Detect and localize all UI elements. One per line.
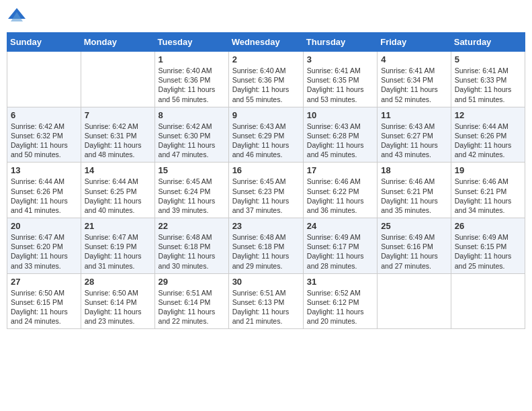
day-number: 26 bbox=[455, 221, 521, 231]
day-info: Sunrise: 6:51 AM Sunset: 6:13 PM Dayligh… bbox=[232, 288, 300, 326]
calendar-cell: 24Sunrise: 6:49 AM Sunset: 6:17 PM Dayli… bbox=[303, 218, 377, 274]
calendar-cell: 19Sunrise: 6:46 AM Sunset: 6:21 PM Dayli… bbox=[451, 163, 525, 218]
day-number: 27 bbox=[11, 277, 77, 287]
day-info: Sunrise: 6:42 AM Sunset: 6:32 PM Dayligh… bbox=[11, 122, 77, 160]
calendar-header-thursday: Thursday bbox=[303, 33, 377, 52]
day-info: Sunrise: 6:47 AM Sunset: 6:20 PM Dayligh… bbox=[11, 232, 77, 271]
day-number: 23 bbox=[232, 221, 300, 231]
day-number: 20 bbox=[11, 221, 77, 231]
day-info: Sunrise: 6:46 AM Sunset: 6:22 PM Dayligh… bbox=[307, 177, 373, 215]
day-info: Sunrise: 6:41 AM Sunset: 6:33 PM Dayligh… bbox=[455, 66, 521, 104]
calendar-cell: 12Sunrise: 6:44 AM Sunset: 6:26 PM Dayli… bbox=[451, 107, 525, 163]
day-info: Sunrise: 6:42 AM Sunset: 6:31 PM Dayligh… bbox=[85, 122, 151, 160]
calendar-cell: 20Sunrise: 6:47 AM Sunset: 6:20 PM Dayli… bbox=[7, 218, 81, 274]
day-info: Sunrise: 6:40 AM Sunset: 6:36 PM Dayligh… bbox=[232, 66, 300, 104]
calendar-cell: 4Sunrise: 6:41 AM Sunset: 6:34 PM Daylig… bbox=[378, 52, 451, 107]
day-number: 19 bbox=[455, 165, 521, 175]
day-info: Sunrise: 6:42 AM Sunset: 6:30 PM Dayligh… bbox=[159, 122, 225, 160]
calendar-cell: 21Sunrise: 6:47 AM Sunset: 6:19 PM Dayli… bbox=[81, 218, 154, 274]
calendar-header-sunday: Sunday bbox=[7, 33, 81, 52]
day-number: 15 bbox=[159, 165, 225, 175]
day-info: Sunrise: 6:43 AM Sunset: 6:29 PM Dayligh… bbox=[232, 122, 300, 160]
calendar-cell: 22Sunrise: 6:48 AM Sunset: 6:18 PM Dayli… bbox=[154, 218, 228, 274]
day-number: 30 bbox=[232, 277, 300, 287]
day-info: Sunrise: 6:43 AM Sunset: 6:27 PM Dayligh… bbox=[381, 122, 447, 160]
calendar-cell: 1Sunrise: 6:40 AM Sunset: 6:36 PM Daylig… bbox=[154, 52, 228, 107]
day-number: 28 bbox=[85, 277, 151, 287]
day-number: 9 bbox=[232, 110, 300, 120]
day-number: 25 bbox=[381, 221, 447, 231]
logo bbox=[7, 7, 30, 27]
day-number: 2 bbox=[232, 54, 300, 64]
day-info: Sunrise: 6:46 AM Sunset: 6:21 PM Dayligh… bbox=[455, 177, 521, 215]
day-number: 5 bbox=[455, 54, 521, 64]
calendar-cell bbox=[451, 273, 525, 329]
calendar-cell: 9Sunrise: 6:43 AM Sunset: 6:29 PM Daylig… bbox=[228, 107, 303, 163]
calendar-cell bbox=[378, 273, 451, 329]
day-number: 21 bbox=[85, 221, 151, 231]
calendar-cell: 14Sunrise: 6:44 AM Sunset: 6:25 PM Dayli… bbox=[81, 163, 154, 218]
day-info: Sunrise: 6:49 AM Sunset: 6:17 PM Dayligh… bbox=[307, 232, 373, 271]
calendar-cell: 11Sunrise: 6:43 AM Sunset: 6:27 PM Dayli… bbox=[378, 107, 451, 163]
day-number: 24 bbox=[307, 221, 373, 231]
calendar-cell: 16Sunrise: 6:45 AM Sunset: 6:23 PM Dayli… bbox=[228, 163, 303, 218]
day-number: 8 bbox=[159, 110, 225, 120]
day-number: 10 bbox=[307, 110, 373, 120]
calendar-cell bbox=[81, 52, 154, 107]
calendar-week-row: 27Sunrise: 6:50 AM Sunset: 6:15 PM Dayli… bbox=[7, 273, 525, 329]
calendar-header-tuesday: Tuesday bbox=[154, 33, 228, 52]
calendar-cell: 28Sunrise: 6:50 AM Sunset: 6:14 PM Dayli… bbox=[81, 273, 154, 329]
calendar-cell: 25Sunrise: 6:49 AM Sunset: 6:16 PM Dayli… bbox=[378, 218, 451, 274]
day-info: Sunrise: 6:43 AM Sunset: 6:28 PM Dayligh… bbox=[307, 122, 373, 160]
calendar-cell: 13Sunrise: 6:44 AM Sunset: 6:26 PM Dayli… bbox=[7, 163, 81, 218]
calendar-week-row: 6Sunrise: 6:42 AM Sunset: 6:32 PM Daylig… bbox=[7, 107, 525, 163]
day-info: Sunrise: 6:41 AM Sunset: 6:34 PM Dayligh… bbox=[381, 66, 447, 104]
day-info: Sunrise: 6:50 AM Sunset: 6:14 PM Dayligh… bbox=[85, 288, 151, 326]
day-info: Sunrise: 6:51 AM Sunset: 6:14 PM Dayligh… bbox=[159, 288, 225, 326]
day-number: 3 bbox=[307, 54, 373, 64]
day-info: Sunrise: 6:40 AM Sunset: 6:36 PM Dayligh… bbox=[159, 66, 225, 104]
calendar-cell: 29Sunrise: 6:51 AM Sunset: 6:14 PM Dayli… bbox=[154, 273, 228, 329]
day-number: 18 bbox=[381, 165, 447, 175]
calendar-week-row: 13Sunrise: 6:44 AM Sunset: 6:26 PM Dayli… bbox=[7, 163, 525, 218]
day-number: 17 bbox=[307, 165, 373, 175]
day-info: Sunrise: 6:46 AM Sunset: 6:21 PM Dayligh… bbox=[381, 177, 447, 215]
calendar-cell bbox=[7, 52, 81, 107]
calendar-cell: 31Sunrise: 6:52 AM Sunset: 6:12 PM Dayli… bbox=[303, 273, 377, 329]
day-info: Sunrise: 6:47 AM Sunset: 6:19 PM Dayligh… bbox=[85, 232, 151, 271]
calendar-cell: 15Sunrise: 6:45 AM Sunset: 6:24 PM Dayli… bbox=[154, 163, 228, 218]
calendar-week-row: 1Sunrise: 6:40 AM Sunset: 6:36 PM Daylig… bbox=[7, 52, 525, 107]
calendar-header-row: SundayMondayTuesdayWednesdayThursdayFrid… bbox=[7, 33, 525, 52]
day-info: Sunrise: 6:44 AM Sunset: 6:26 PM Dayligh… bbox=[455, 122, 521, 160]
day-info: Sunrise: 6:48 AM Sunset: 6:18 PM Dayligh… bbox=[159, 232, 225, 271]
calendar-cell: 3Sunrise: 6:41 AM Sunset: 6:35 PM Daylig… bbox=[303, 52, 377, 107]
day-number: 29 bbox=[159, 277, 225, 287]
day-info: Sunrise: 6:45 AM Sunset: 6:24 PM Dayligh… bbox=[159, 177, 225, 215]
day-info: Sunrise: 6:50 AM Sunset: 6:15 PM Dayligh… bbox=[11, 288, 77, 326]
calendar-header-wednesday: Wednesday bbox=[228, 33, 303, 52]
day-number: 4 bbox=[381, 54, 447, 64]
day-number: 31 bbox=[307, 277, 373, 287]
calendar-header-friday: Friday bbox=[378, 33, 451, 52]
day-info: Sunrise: 6:52 AM Sunset: 6:12 PM Dayligh… bbox=[307, 288, 373, 326]
calendar-cell: 7Sunrise: 6:42 AM Sunset: 6:31 PM Daylig… bbox=[81, 107, 154, 163]
day-number: 16 bbox=[232, 165, 300, 175]
calendar-cell: 6Sunrise: 6:42 AM Sunset: 6:32 PM Daylig… bbox=[7, 107, 81, 163]
day-number: 22 bbox=[159, 221, 225, 231]
calendar-cell: 17Sunrise: 6:46 AM Sunset: 6:22 PM Dayli… bbox=[303, 163, 377, 218]
calendar-cell: 5Sunrise: 6:41 AM Sunset: 6:33 PM Daylig… bbox=[451, 52, 525, 107]
calendar-header-monday: Monday bbox=[81, 33, 154, 52]
calendar-cell: 2Sunrise: 6:40 AM Sunset: 6:36 PM Daylig… bbox=[228, 52, 303, 107]
calendar-cell: 26Sunrise: 6:49 AM Sunset: 6:15 PM Dayli… bbox=[451, 218, 525, 274]
day-number: 12 bbox=[455, 110, 521, 120]
day-info: Sunrise: 6:48 AM Sunset: 6:18 PM Dayligh… bbox=[232, 232, 300, 271]
day-number: 7 bbox=[85, 110, 151, 120]
calendar-table: SundayMondayTuesdayWednesdayThursdayFrid… bbox=[7, 32, 525, 329]
day-number: 11 bbox=[381, 110, 447, 120]
day-info: Sunrise: 6:44 AM Sunset: 6:25 PM Dayligh… bbox=[85, 177, 151, 215]
day-info: Sunrise: 6:44 AM Sunset: 6:26 PM Dayligh… bbox=[11, 177, 77, 215]
day-info: Sunrise: 6:45 AM Sunset: 6:23 PM Dayligh… bbox=[232, 177, 300, 215]
calendar-cell: 30Sunrise: 6:51 AM Sunset: 6:13 PM Dayli… bbox=[228, 273, 303, 329]
day-number: 13 bbox=[11, 165, 77, 175]
day-number: 6 bbox=[11, 110, 77, 120]
